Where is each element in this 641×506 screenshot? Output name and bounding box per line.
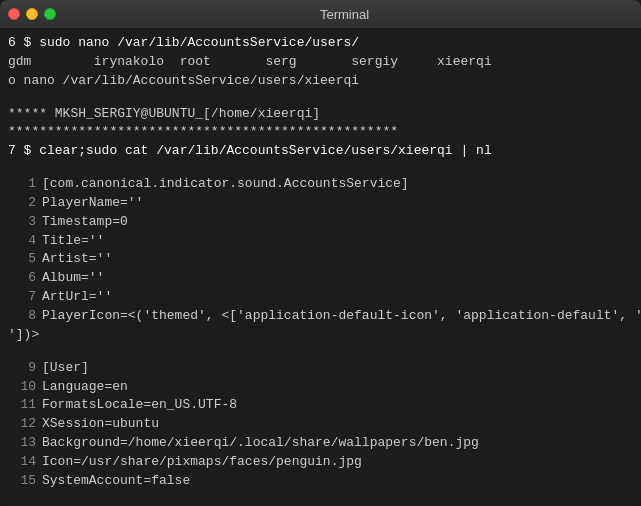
line-number: 10 [8,378,36,397]
terminal-line: 6 $ sudo nano /var/lib/AccountsService/u… [8,34,633,53]
line-content: Timestamp=0 [42,214,128,229]
line-number: 6 [8,269,36,288]
terminal-line: gdm irynakolo root serg sergiy xieerqi [8,53,633,72]
line-content: PlayerIcon=<('themed', <['application-de… [42,308,641,323]
line-number: 5 [8,250,36,269]
terminal-line: 12XSession=ubuntu [8,415,633,434]
terminal-line: 8PlayerIcon=<('themed', <['application-d… [8,307,633,326]
line-number: 13 [8,434,36,453]
line-number: 1 [8,175,36,194]
line-number: 12 [8,415,36,434]
line-number: 11 [8,396,36,415]
terminal-body[interactable]: 6 $ sudo nano /var/lib/AccountsService/u… [0,28,641,506]
line-number: 7 [8,288,36,307]
line-content: PlayerName='' [42,195,143,210]
line-content: FormatsLocale=en_US.UTF-8 [42,397,237,412]
terminal-line: ***** MKSH_SERGIY@UBUNTU_[/home/xieerqi] [8,105,633,124]
line-content: [com.canonical.indicator.sound.AccountsS… [42,176,409,191]
line-content: Background=/home/xieerqi/.local/share/wa… [42,435,479,450]
line-number: 15 [8,472,36,491]
line-number: 4 [8,232,36,251]
terminal-line: 7ArtUrl='' [8,288,633,307]
terminal-line: '])> [8,326,633,345]
line-number: 14 [8,453,36,472]
terminal-line: ****************************************… [8,123,633,142]
line-number: 8 [8,307,36,326]
terminal-line: 7 $ clear;sudo cat /var/lib/AccountsServ… [8,142,633,161]
line-content: Language=en [42,379,128,394]
line-content: ArtUrl='' [42,289,112,304]
blank-line [8,91,633,105]
line-content: Icon=/usr/share/pixmaps/faces/penguin.jp… [42,454,362,469]
line-content: Artist='' [42,251,112,266]
terminal-line: 13Background=/home/xieerqi/.local/share/… [8,434,633,453]
terminal-line: 15SystemAccount=false [8,472,633,491]
line-number: 3 [8,213,36,232]
terminal-line: 11FormatsLocale=en_US.UTF-8 [8,396,633,415]
line-content: [User] [42,360,89,375]
line-content: XSession=ubuntu [42,416,159,431]
minimize-button[interactable] [26,8,38,20]
terminal-line: 1[com.canonical.indicator.sound.Accounts… [8,175,633,194]
close-button[interactable] [8,8,20,20]
terminal-line: 14Icon=/usr/share/pixmaps/faces/penguin.… [8,453,633,472]
line-content: Title='' [42,233,104,248]
line-number: 2 [8,194,36,213]
maximize-button[interactable] [44,8,56,20]
window-title: Terminal [56,7,633,22]
blank-line [8,161,633,175]
line-content: Album='' [42,270,104,285]
blank-line [8,345,633,359]
terminal-line: 3Timestamp=0 [8,213,633,232]
traffic-lights [8,8,56,20]
terminal-line: 9[User] [8,359,633,378]
terminal-window: Terminal 6 $ sudo nano /var/lib/Accounts… [0,0,641,506]
terminal-line: 5Artist='' [8,250,633,269]
terminal-line: 2PlayerName='' [8,194,633,213]
titlebar: Terminal [0,0,641,28]
blank-line [8,491,633,505]
terminal-line: o nano /var/lib/AccountsService/users/xi… [8,72,633,91]
line-content: SystemAccount=false [42,473,190,488]
terminal-line: 10Language=en [8,378,633,397]
terminal-line: 6Album='' [8,269,633,288]
terminal-line: 4Title='' [8,232,633,251]
line-number: 9 [8,359,36,378]
